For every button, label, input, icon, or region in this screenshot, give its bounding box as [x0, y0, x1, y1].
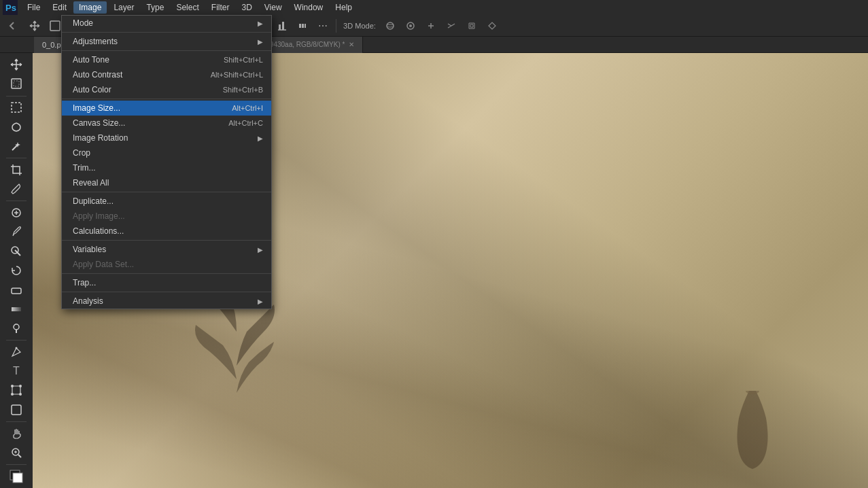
- menu-3d[interactable]: 3D: [236, 1, 257, 14]
- 3d-orbit-btn[interactable]: [381, 17, 399, 35]
- tool-hand[interactable]: [4, 424, 29, 442]
- tool-dodge[interactable]: [4, 319, 29, 337]
- sep3: [62, 99, 271, 99]
- menu-trim[interactable]: Trim...: [62, 160, 271, 175]
- tool-lasso[interactable]: [4, 118, 29, 136]
- menu-image-size[interactable]: Image Size... Alt+Ctrl+I: [62, 101, 271, 116]
- tool-clone[interactable]: [4, 243, 29, 260]
- svg-line-31: [12, 145, 18, 150]
- tool-artboard[interactable]: [4, 75, 29, 92]
- menu-analysis-label: Analysis: [73, 296, 258, 306]
- menu-window[interactable]: Window: [289, 1, 329, 14]
- svg-point-40: [11, 385, 14, 387]
- tool-type[interactable]: T: [4, 362, 29, 380]
- svg-rect-28: [12, 79, 21, 88]
- svg-point-27: [409, 24, 412, 27]
- auto-contrast-shortcut: Alt+Shift+Ctrl+L: [211, 71, 263, 79]
- menu-adjustments[interactable]: Adjustments ▶: [62, 34, 271, 49]
- menu-auto-color-label: Auto Color: [73, 85, 223, 94]
- svg-rect-29: [14, 81, 19, 86]
- menu-layer[interactable]: Layer: [108, 1, 139, 14]
- sep3: [336, 19, 336, 33]
- tool-crop[interactable]: [4, 161, 29, 179]
- sep4: [62, 192, 271, 192]
- menu-trim-label: Trim...: [73, 163, 263, 173]
- image-rotation-arrow-icon: ▶: [258, 135, 263, 142]
- tool-sep-3: [6, 201, 27, 201]
- menu-canvas-size[interactable]: Canvas Size... Alt+Ctrl+C: [62, 116, 271, 130]
- svg-text:Ps: Ps: [5, 3, 16, 13]
- svg-point-25: [387, 24, 394, 27]
- menu-image[interactable]: Image: [73, 1, 107, 14]
- 3d-pan-btn[interactable]: [422, 17, 440, 35]
- menu-mode[interactable]: Mode ▶: [62, 16, 271, 31]
- tool-sep-4: [6, 340, 27, 341]
- distribute-h-btn[interactable]: [294, 17, 311, 35]
- menu-auto-contrast[interactable]: Auto Contrast Alt+Shift+Ctrl+L: [62, 67, 271, 82]
- menu-trap[interactable]: Trap...: [62, 275, 271, 290]
- tool-eyedropper[interactable]: [4, 180, 29, 198]
- tool-gradient[interactable]: [4, 300, 29, 317]
- tool-zoom[interactable]: [4, 444, 29, 461]
- menu-analysis[interactable]: Analysis ▶: [62, 294, 271, 309]
- tool-foreground-color[interactable]: [4, 468, 29, 485]
- menu-crop[interactable]: Crop: [62, 145, 271, 160]
- 3d-roll-btn[interactable]: [402, 17, 419, 35]
- tool-magic-wand[interactable]: [4, 137, 29, 155]
- menu-auto-tone-label: Auto Tone: [73, 55, 224, 65]
- canvas-size-shortcut: Alt+Ctrl+C: [228, 119, 263, 127]
- 3d-scale-btn[interactable]: [463, 17, 481, 35]
- image-dropdown-menu: Mode ▶ Adjustments ▶ Auto Tone Shift+Ctr…: [61, 15, 272, 309]
- tool-healing[interactable]: [4, 204, 29, 222]
- svg-point-43: [11, 393, 14, 396]
- menu-auto-tone[interactable]: Auto Tone Shift+Ctrl+L: [62, 52, 271, 67]
- menu-trap-label: Trap...: [73, 278, 263, 287]
- tool-move[interactable]: [4, 56, 29, 73]
- tool-shape[interactable]: [4, 400, 29, 418]
- menu-duplicate-label: Duplicate...: [73, 196, 263, 206]
- menu-auto-color[interactable]: Auto Color Shift+Ctrl+B: [62, 82, 271, 97]
- svg-line-34: [15, 250, 20, 256]
- menu-select[interactable]: Select: [171, 1, 204, 14]
- svg-rect-2: [50, 21, 60, 31]
- svg-rect-22: [302, 24, 304, 28]
- tool-sep-5: [6, 421, 27, 422]
- svg-point-41: [19, 385, 22, 387]
- menu-edit[interactable]: Edit: [47, 1, 72, 14]
- auto-color-shortcut: Shift+Ctrl+B: [223, 86, 263, 94]
- align-bottom-btn[interactable]: [273, 17, 291, 35]
- move-tool-btn[interactable]: [26, 17, 44, 35]
- 3d-mode-label: 3D Mode:: [341, 22, 379, 30]
- sep6: [62, 273, 271, 274]
- menu-reveal-all[interactable]: Reveal All: [62, 175, 271, 190]
- tool-marquee[interactable]: [4, 99, 29, 116]
- svg-point-39: [16, 347, 18, 349]
- tool-pen[interactable]: [4, 343, 29, 361]
- menu-type[interactable]: Type: [141, 1, 169, 14]
- svg-point-42: [19, 393, 22, 396]
- menu-variables[interactable]: Variables ▶: [62, 242, 271, 257]
- sep5: [62, 240, 271, 241]
- tool-brush[interactable]: [4, 223, 29, 241]
- analysis-arrow-icon: ▶: [258, 298, 263, 305]
- tool-history-brush[interactable]: [4, 262, 29, 279]
- menu-calculations[interactable]: Calculations...: [62, 224, 271, 239]
- tool-sep-1: [6, 96, 27, 97]
- svg-point-24: [387, 22, 394, 29]
- tool-path-select[interactable]: [4, 381, 29, 399]
- tool-eraser[interactable]: [4, 281, 29, 298]
- menu-duplicate[interactable]: Duplicate...: [62, 194, 271, 209]
- 3d-slide-btn[interactable]: [442, 17, 460, 35]
- vase-element: [725, 391, 780, 474]
- back-btn[interactable]: [5, 17, 23, 35]
- menu-help[interactable]: Help: [330, 1, 358, 14]
- 3d-extra-btn[interactable]: [483, 17, 501, 35]
- menu-canvas-size-label: Canvas Size...: [73, 118, 228, 128]
- tab-close-btn[interactable]: ✕: [349, 41, 354, 48]
- menu-file[interactable]: File: [22, 1, 46, 14]
- left-toolbox: T: [0, 53, 33, 488]
- menu-image-rotation[interactable]: Image Rotation ▶: [62, 130, 271, 145]
- menu-filter[interactable]: Filter: [206, 1, 235, 14]
- more-btn[interactable]: ⋯: [314, 17, 332, 35]
- menu-view[interactable]: View: [259, 1, 288, 14]
